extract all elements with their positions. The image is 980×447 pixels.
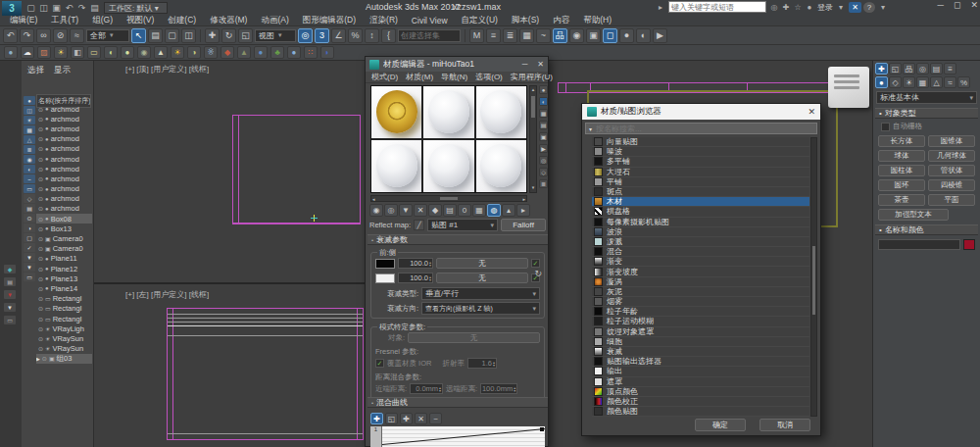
object-type-rollout[interactable]: •对象类型: [875, 108, 978, 119]
go-forward-icon[interactable]: ▸: [516, 204, 530, 217]
visibility-icon[interactable]: ⊙: [42, 355, 47, 362]
vray-eye-icon[interactable]: ◉: [137, 46, 151, 59]
scene-object-row[interactable]: ⊙●archmod: [36, 204, 92, 214]
material-type-button[interactable]: Falloff: [501, 219, 546, 231]
side-color-swatch[interactable]: [375, 273, 395, 283]
map-type-row[interactable]: 漩涡: [592, 277, 809, 287]
se-filter-icon[interactable]: ▼: [24, 263, 35, 272]
tab-modify[interactable]: ◱: [889, 63, 902, 74]
scene-object-row[interactable]: ⊙●archmod: [36, 144, 92, 154]
menu-item[interactable]: 视图(V): [126, 15, 154, 26]
map-type-row[interactable]: 波浪: [592, 227, 809, 237]
snap-toggle-icon[interactable]: 3: [315, 28, 329, 43]
menu-item[interactable]: 工具(T): [51, 15, 78, 26]
close-button[interactable]: ✕: [537, 60, 544, 69]
tab-display[interactable]: ▤: [930, 63, 943, 74]
material-editor-menu[interactable]: 导航(N): [441, 72, 467, 82]
scale-point-icon[interactable]: ◱: [385, 413, 398, 424]
rendered-frame-icon[interactable]: ◻: [603, 28, 617, 43]
visibility-icon[interactable]: ⊙: [38, 175, 43, 182]
scene-object-row[interactable]: ⊙▣Camera0: [36, 244, 92, 254]
unlink-selection-icon[interactable]: ⊘: [53, 28, 68, 43]
tab-hierarchy[interactable]: 品: [903, 63, 915, 74]
vray-capsule-icon[interactable]: ◆: [220, 46, 234, 59]
show-end-result-icon[interactable]: ◍: [487, 204, 501, 217]
material-editor-menu[interactable]: 选项(O): [475, 72, 503, 82]
scene-object-row[interactable]: ⊙●Plane14: [36, 283, 92, 293]
search-communities-icon[interactable]: ◎: [768, 2, 780, 13]
sample-tiling-icon[interactable]: ▤: [539, 121, 548, 129]
visibility-icon[interactable]: ⊙: [38, 285, 43, 292]
container-icon[interactable]: ▭: [4, 316, 16, 324]
side-map-button[interactable]: 无: [436, 273, 528, 283]
falloff-object-button[interactable]: 无: [408, 332, 540, 343]
background-icon[interactable]: ▦: [539, 109, 548, 118]
align-icon[interactable]: ≡: [486, 28, 501, 43]
curve-endpoint-handle[interactable]: [540, 427, 544, 431]
vray-cloud-icon[interactable]: ☁: [21, 46, 34, 59]
go-to-parent-icon[interactable]: ▴: [502, 204, 515, 217]
slots-horizontal-scrollbar[interactable]: ◂▸: [370, 195, 527, 202]
vray-sphere-icon[interactable]: ●: [121, 46, 134, 59]
vray-camera-icon[interactable]: ◧: [71, 46, 84, 59]
primitive-button[interactable]: 长方体: [878, 135, 925, 147]
se-hidden-icon[interactable]: ◑: [24, 224, 35, 232]
schematic-view-icon[interactable]: 品: [553, 28, 567, 43]
select-object-icon[interactable]: ↖: [131, 28, 146, 43]
backlight-icon[interactable]: ◐: [539, 97, 548, 106]
browser-search-input[interactable]: [596, 124, 813, 133]
se-filter-red-icon[interactable]: ▼: [24, 253, 35, 262]
swap-colors-icon[interactable]: ↻: [534, 269, 542, 278]
se-helpers-icon[interactable]: △: [24, 135, 35, 144]
falloff-type-dropdown[interactable]: 垂直/平行▾: [421, 287, 540, 300]
material-name-dropdown[interactable]: 贴图 #1▾: [427, 219, 498, 231]
side-amount-spinner[interactable]: 100.0▴▾: [398, 273, 433, 283]
visibility-icon[interactable]: ⊙: [38, 195, 43, 202]
named-selection-sets-input[interactable]: [398, 29, 461, 42]
autogrid-checkbox[interactable]: [881, 123, 890, 131]
scene-object-row[interactable]: ⊙▣Camera0: [36, 233, 92, 243]
put-to-library-icon[interactable]: ▤: [443, 204, 457, 217]
reference-coordinate-dropdown[interactable]: 视图▾: [255, 29, 296, 42]
map-type-row[interactable]: 泼溅: [592, 237, 809, 247]
scene-object-row[interactable]: ⊙●archmod: [36, 164, 92, 174]
menu-item[interactable]: 组(G): [92, 15, 113, 26]
filter-white-icon[interactable]: ▼: [4, 303, 16, 312]
map-type-row[interactable]: 纹理对象遮罩: [592, 327, 809, 337]
render-preview-icon[interactable]: ▶: [653, 28, 667, 43]
vray-rays-icon[interactable]: ※: [204, 46, 218, 59]
visibility-icon[interactable]: ⊙: [38, 345, 43, 352]
visibility-icon[interactable]: ⊙: [38, 235, 43, 242]
video-color-check-icon[interactable]: ▣: [539, 132, 548, 141]
selection-filter-dropdown[interactable]: 全部▾: [86, 29, 129, 42]
primitive-button[interactable]: 圆锥体: [928, 135, 975, 147]
menu-item[interactable]: 编辑(E): [10, 15, 37, 26]
cancel-button[interactable]: 取消: [760, 419, 810, 431]
se-layers-icon[interactable]: ▢: [24, 233, 35, 242]
vray-plane-icon[interactable]: ▭: [87, 46, 101, 59]
se-cameras-icon[interactable]: ▦: [24, 125, 35, 134]
vray-light-icon[interactable]: ☀: [54, 46, 68, 59]
named-sets-icon[interactable]: {: [381, 28, 396, 43]
viewport-label[interactable]: [+] [左] [用户定义] [线框]: [125, 289, 209, 300]
cat-systems[interactable]: %: [957, 76, 970, 88]
front-amount-spinner[interactable]: 100.0▴▾: [398, 258, 433, 269]
visibility-icon[interactable]: ⊙: [38, 316, 43, 323]
scene-object-row[interactable]: ⊙●archmod: [36, 154, 92, 164]
signin-arrow-icon[interactable]: ▾: [835, 2, 847, 13]
assign-material-icon[interactable]: ▼: [399, 204, 413, 217]
primitive-button[interactable]: 几何球体: [928, 150, 975, 162]
help-arrow-icon[interactable]: ▾: [877, 2, 889, 13]
vray-cone-icon[interactable]: ▲: [154, 46, 168, 59]
render-iterative-icon[interactable]: ◐: [636, 28, 651, 43]
visibility-icon[interactable]: ⊙: [38, 125, 43, 132]
sample-slot[interactable]: [423, 140, 473, 192]
vray-moon-icon[interactable]: ◗: [320, 46, 334, 59]
map-type-row[interactable]: 渐变坡度: [592, 267, 809, 276]
minimize-button[interactable]: ─: [522, 60, 528, 69]
sample-slot[interactable]: [476, 140, 526, 192]
menu-item[interactable]: 修改器(M): [210, 15, 247, 26]
map-type-row[interactable]: 颜色贴图: [592, 407, 809, 417]
rotate-icon[interactable]: ↻: [221, 28, 236, 43]
visibility-icon[interactable]: ⊙: [38, 225, 43, 232]
